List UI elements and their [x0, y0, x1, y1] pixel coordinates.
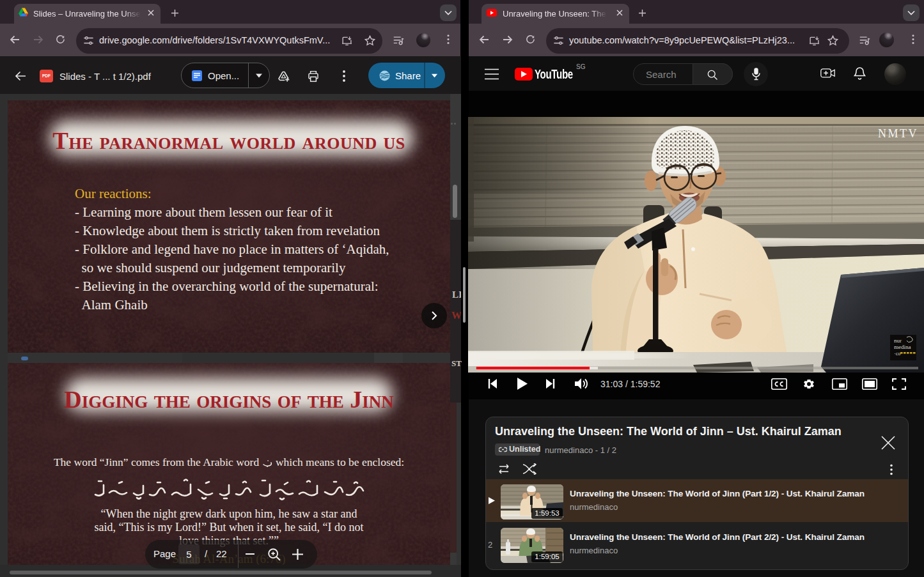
- svg-text:nur: nur: [894, 337, 902, 344]
- svg-text:·co: ·co: [894, 351, 900, 357]
- svg-text:medina: medina: [894, 344, 911, 350]
- svg-text:NMTV: NMTV: [878, 127, 918, 140]
